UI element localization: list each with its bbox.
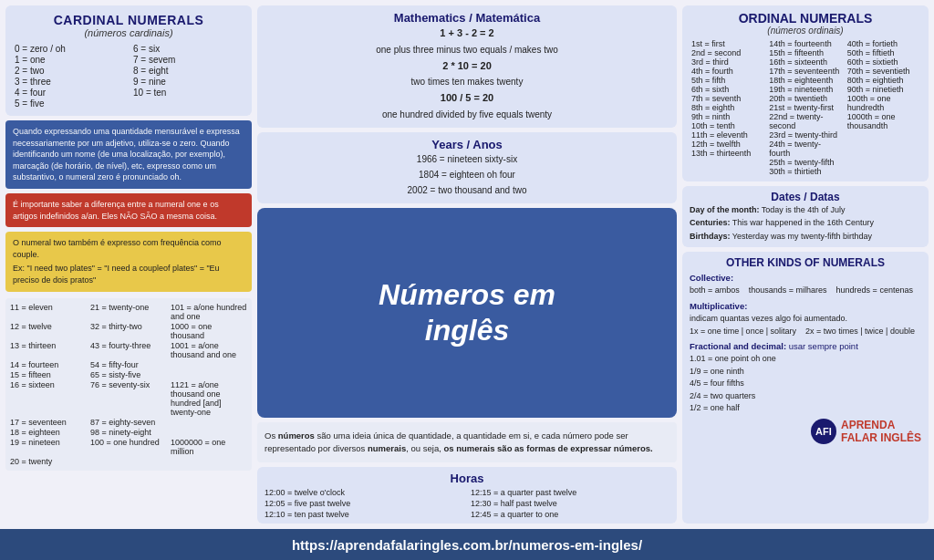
years-title: Years / Anos [266, 138, 668, 151]
cardinal-numerals-box: CARDINAL NUMERALS (números cardinais) 0 … [5, 5, 252, 116]
logo-icon: AFI [811, 419, 836, 444]
math-box: Mathematics / Matemática 1 + 3 - 2 = 2 o… [257, 5, 677, 128]
right-column: ORDINAL NUMERALS (números ordinais) 1st … [682, 5, 929, 524]
cardinal-numbers-0-10: 0 = zero / oh 6 = six 1 = one 7 = sevem … [15, 44, 243, 109]
horas-title: Horas [265, 472, 669, 485]
yellow-info-box: O numeral two também é expresso com freq… [5, 232, 252, 291]
ordinal-col1: 1st = first 2nd = second 3rd = third 4th… [691, 39, 763, 176]
multiplicative-label: Multiplicative: [690, 300, 921, 313]
cardinal-subtitle: (números cardinais) [15, 27, 243, 38]
ordinal-grid: 1st = first 2nd = second 3rd = third 4th… [691, 39, 919, 176]
dates-box: Dates / Datas Day of the month: Today is… [682, 186, 929, 247]
other-kinds-content: Collective: both = ambos thousands = mil… [690, 272, 921, 415]
dates-title: Dates / Datas [690, 191, 921, 203]
logo-row: AFI APRENDA FALAR INGLÊS [690, 419, 921, 445]
footer-url[interactable]: https://aprendafalaringles.com.br/numero… [292, 537, 642, 553]
other-kinds-box: OTHER KINDS OF NUMERALS Collective: both… [682, 252, 929, 524]
years-content: 1966 = nineteen sixty-six 1804 = eightee… [266, 151, 668, 198]
ordinal-title: ORDINAL NUMERALS [691, 11, 919, 26]
horas-box: Horas 12:00 = twelve o'clock 12:15 = a q… [257, 467, 677, 524]
math-title: Mathematics / Matemática [266, 11, 668, 25]
red-info-box: É importante saber a diferença entre a n… [5, 193, 252, 227]
other-kinds-title: OTHER KINDS OF NUMERALS [690, 256, 921, 269]
mid-description: Os números são uma ideia única de quanti… [257, 422, 677, 463]
years-box: Years / Anos 1966 = nineteen sixty-six 1… [257, 132, 677, 203]
middle-column: Mathematics / Matemática 1 + 3 - 2 = 2 o… [257, 5, 677, 524]
fractional-label: Fractional and decimal: usar sempre poin… [690, 340, 921, 353]
logo-text: APRENDA FALAR INGLÊS [841, 419, 921, 445]
ordinal-col3: 40th = fortieth 50th = fiftieth 60th = s… [847, 39, 919, 176]
dates-content: Day of the month: Today is the 4th of Ju… [690, 203, 921, 243]
main-content: CARDINAL NUMERALS (números cardinais) 0 … [0, 0, 934, 529]
left-column: CARDINAL NUMERALS (números cardinais) 0 … [5, 5, 252, 524]
ordinal-col2: 14th = fourteenth 15th = fifteenth 16th … [769, 39, 841, 176]
ordinal-numerals-box: ORDINAL NUMERALS (números ordinais) 1st … [682, 5, 929, 181]
footer-bar: https://aprendafalaringles.com.br/numero… [0, 529, 934, 560]
collective-label: Collective: [690, 272, 921, 285]
blue-info-box: Quando expressando uma quantidade mensur… [5, 120, 252, 189]
cardinal-title: CARDINAL NUMERALS [15, 13, 243, 27]
horas-grid: 12:00 = twelve o'clock 12:15 = a quarter… [265, 488, 669, 519]
main-page-title: Números eminglês [266, 277, 668, 347]
ordinal-subtitle: (números ordinais) [691, 26, 919, 36]
math-content: 1 + 3 - 2 = 2 one plus three minus two e… [266, 25, 668, 122]
numbers-11-up-grid: 11 = eleven 21 = twenty-one 101 = a/one … [5, 298, 252, 471]
main-title-box: Números eminglês [257, 208, 677, 417]
